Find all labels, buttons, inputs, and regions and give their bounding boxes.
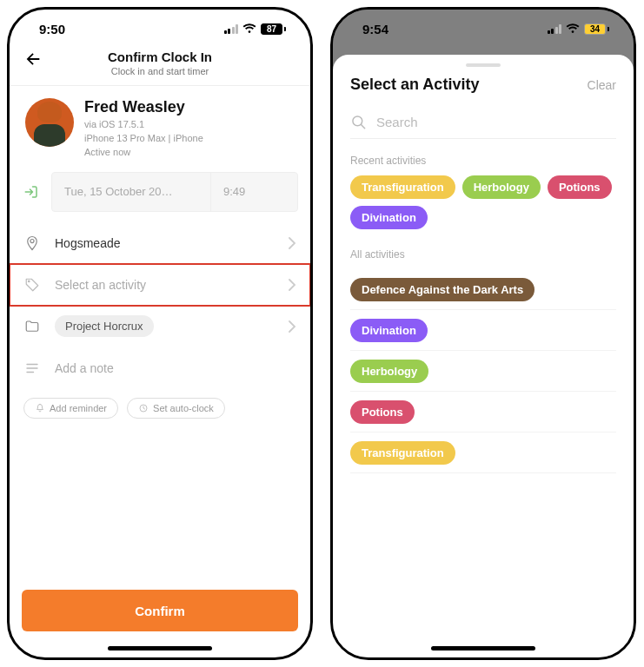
search-row[interactable] xyxy=(350,106,616,139)
activity-placeholder: Select an activity xyxy=(55,278,274,292)
activity-row[interactable]: Herbology xyxy=(350,351,616,392)
bell-icon xyxy=(35,403,45,413)
activity-tag[interactable]: Potions xyxy=(548,175,612,199)
confirm-button[interactable]: Confirm xyxy=(22,590,298,631)
activity-row[interactable]: Defence Against the Dark Arts xyxy=(350,269,616,310)
note-row[interactable]: Add a note xyxy=(10,347,310,389)
tag-icon xyxy=(23,277,41,293)
activity-tag[interactable]: Herbology xyxy=(462,175,541,199)
date-cell[interactable]: Tue, 15 October 20… xyxy=(52,173,210,211)
activity-row[interactable]: Divination xyxy=(350,310,616,351)
battery-level: 87 xyxy=(261,23,282,35)
wifi-icon xyxy=(566,23,580,34)
action-pills: Add reminder Set auto-clock xyxy=(10,389,310,427)
screen-header: Confirm Clock In Clock in and start time… xyxy=(10,48,310,85)
user-meta: Fred Weasley via iOS 17.5.1 iPhone 13 Pr… xyxy=(84,98,203,160)
sheet-header: Select an Activity Clear xyxy=(350,76,616,94)
all-activities: Defence Against the Dark ArtsDivinationH… xyxy=(350,269,616,473)
status-icons: 87 xyxy=(224,23,287,35)
add-reminder-button[interactable]: Add reminder xyxy=(23,398,118,419)
activity-sheet: Select an Activity Clear Recent activiti… xyxy=(333,55,634,657)
activity-tag[interactable]: Herbology xyxy=(350,360,428,383)
user-avatar xyxy=(25,98,74,147)
chevron-right-icon xyxy=(288,237,296,249)
home-indicator[interactable] xyxy=(108,646,212,650)
battery-level: 34 xyxy=(584,23,606,35)
activity-tag[interactable]: Transfiguration xyxy=(350,175,455,199)
header-subtitle: Clock in and start timer xyxy=(20,66,300,76)
activity-row[interactable]: Transfiguration xyxy=(350,433,616,473)
activity-row[interactable]: Select an activity xyxy=(10,264,310,306)
project-chip[interactable]: Project Horcrux xyxy=(55,315,154,337)
activity-tag[interactable]: Divination xyxy=(350,319,428,342)
status-icons: 34 xyxy=(548,23,610,35)
wifi-icon xyxy=(242,23,256,34)
status-time: 9:50 xyxy=(39,22,65,36)
recent-activities-label: Recent activities xyxy=(350,155,616,167)
activity-row[interactable]: Potions xyxy=(350,392,616,433)
user-activity: Active now xyxy=(84,146,203,160)
status-bar: 9:50 87 xyxy=(10,10,310,48)
back-button[interactable] xyxy=(23,50,43,69)
cellular-icon xyxy=(224,24,239,34)
search-input[interactable] xyxy=(376,115,616,129)
battery-icon: 34 xyxy=(584,23,609,35)
header-title: Confirm Clock In xyxy=(20,50,300,64)
sheet-handle[interactable] xyxy=(466,63,501,67)
phone-select-activity: 9:54 34 Select an Activity Clear xyxy=(330,7,636,660)
user-device: iPhone 13 Pro Max | iPhone xyxy=(84,132,203,146)
clear-button[interactable]: Clear xyxy=(588,78,616,92)
folder-icon xyxy=(23,319,41,334)
status-bar: 9:54 34 xyxy=(333,10,634,48)
clock-icon xyxy=(138,403,149,413)
activity-tag[interactable]: Potions xyxy=(350,400,415,424)
status-time: 9:54 xyxy=(362,22,388,36)
sheet-title: Select an Activity xyxy=(350,76,479,94)
set-auto-clock-label: Set auto-clock xyxy=(153,403,214,413)
location-row[interactable]: Hogsmeade xyxy=(10,222,310,264)
project-chip-wrap: Project Horcrux xyxy=(55,315,274,337)
user-name: Fred Weasley xyxy=(84,98,203,116)
datetime-row[interactable]: Tue, 15 October 20… 9:49 xyxy=(51,172,298,212)
battery-icon: 87 xyxy=(261,23,286,35)
phone-confirm-clock-in: 9:50 87 Confirm Clock In Clock in and st… xyxy=(7,7,313,660)
time-cell[interactable]: 9:49 xyxy=(210,173,297,211)
cellular-icon xyxy=(548,24,562,34)
set-auto-clock-button[interactable]: Set auto-clock xyxy=(127,398,225,419)
chevron-right-icon xyxy=(288,279,296,291)
recent-activities: TransfigurationHerbologyPotionsDivinatio… xyxy=(350,175,616,229)
note-icon xyxy=(23,360,41,376)
clock-in-icon xyxy=(23,184,39,200)
home-indicator[interactable] xyxy=(431,646,535,650)
activity-tag[interactable]: Transfiguration xyxy=(350,441,455,465)
location-label: Hogsmeade xyxy=(55,236,274,250)
user-os: via iOS 17.5.1 xyxy=(84,118,203,132)
search-icon xyxy=(350,114,368,131)
location-icon xyxy=(23,235,41,251)
note-placeholder: Add a note xyxy=(55,361,296,375)
add-reminder-label: Add reminder xyxy=(50,403,107,413)
activity-tag[interactable]: Divination xyxy=(350,206,428,229)
all-activities-label: All activities xyxy=(350,248,616,261)
project-row[interactable]: Project Horcrux xyxy=(10,306,310,347)
activity-tag[interactable]: Defence Against the Dark Arts xyxy=(350,278,534,301)
user-block: Fred Weasley via iOS 17.5.1 iPhone 13 Pr… xyxy=(10,86,310,168)
chevron-right-icon xyxy=(288,320,296,333)
